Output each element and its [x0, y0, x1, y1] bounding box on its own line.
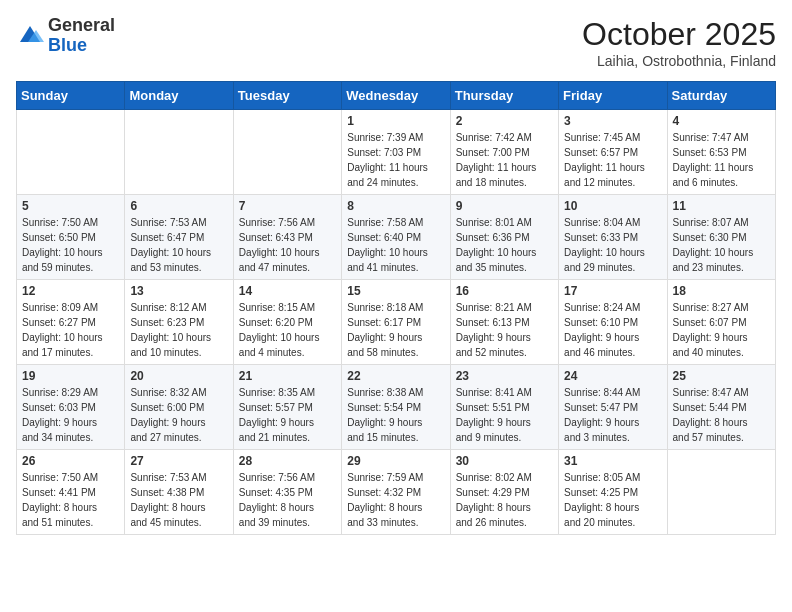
calendar-cell: 18Sunrise: 8:27 AM Sunset: 6:07 PM Dayli… — [667, 280, 775, 365]
day-info: Sunrise: 8:27 AM Sunset: 6:07 PM Dayligh… — [673, 300, 770, 360]
day-info: Sunrise: 8:18 AM Sunset: 6:17 PM Dayligh… — [347, 300, 444, 360]
calendar-cell: 15Sunrise: 8:18 AM Sunset: 6:17 PM Dayli… — [342, 280, 450, 365]
logo-icon — [16, 22, 44, 50]
title-block: October 2025 Laihia, Ostrobothnia, Finla… — [582, 16, 776, 69]
day-info: Sunrise: 7:50 AM Sunset: 4:41 PM Dayligh… — [22, 470, 119, 530]
day-number: 24 — [564, 369, 661, 383]
day-info: Sunrise: 8:35 AM Sunset: 5:57 PM Dayligh… — [239, 385, 336, 445]
calendar-cell: 26Sunrise: 7:50 AM Sunset: 4:41 PM Dayli… — [17, 450, 125, 535]
calendar-cell: 3Sunrise: 7:45 AM Sunset: 6:57 PM Daylig… — [559, 110, 667, 195]
day-number: 31 — [564, 454, 661, 468]
day-number: 4 — [673, 114, 770, 128]
day-number: 6 — [130, 199, 227, 213]
day-number: 29 — [347, 454, 444, 468]
calendar-cell: 16Sunrise: 8:21 AM Sunset: 6:13 PM Dayli… — [450, 280, 558, 365]
day-info: Sunrise: 8:01 AM Sunset: 6:36 PM Dayligh… — [456, 215, 553, 275]
day-info: Sunrise: 7:53 AM Sunset: 6:47 PM Dayligh… — [130, 215, 227, 275]
day-info: Sunrise: 8:04 AM Sunset: 6:33 PM Dayligh… — [564, 215, 661, 275]
logo-blue-text: Blue — [48, 35, 87, 55]
calendar-cell: 2Sunrise: 7:42 AM Sunset: 7:00 PM Daylig… — [450, 110, 558, 195]
day-info: Sunrise: 8:29 AM Sunset: 6:03 PM Dayligh… — [22, 385, 119, 445]
week-row-4: 19Sunrise: 8:29 AM Sunset: 6:03 PM Dayli… — [17, 365, 776, 450]
day-number: 25 — [673, 369, 770, 383]
calendar-cell: 4Sunrise: 7:47 AM Sunset: 6:53 PM Daylig… — [667, 110, 775, 195]
day-info: Sunrise: 7:58 AM Sunset: 6:40 PM Dayligh… — [347, 215, 444, 275]
calendar-cell — [233, 110, 341, 195]
calendar-cell: 23Sunrise: 8:41 AM Sunset: 5:51 PM Dayli… — [450, 365, 558, 450]
calendar-cell: 21Sunrise: 8:35 AM Sunset: 5:57 PM Dayli… — [233, 365, 341, 450]
day-info: Sunrise: 8:32 AM Sunset: 6:00 PM Dayligh… — [130, 385, 227, 445]
calendar-cell: 10Sunrise: 8:04 AM Sunset: 6:33 PM Dayli… — [559, 195, 667, 280]
calendar-cell — [667, 450, 775, 535]
calendar-cell: 6Sunrise: 7:53 AM Sunset: 6:47 PM Daylig… — [125, 195, 233, 280]
day-number: 23 — [456, 369, 553, 383]
day-info: Sunrise: 7:47 AM Sunset: 6:53 PM Dayligh… — [673, 130, 770, 190]
day-number: 30 — [456, 454, 553, 468]
weekday-header-friday: Friday — [559, 82, 667, 110]
calendar-cell — [125, 110, 233, 195]
calendar-cell: 30Sunrise: 8:02 AM Sunset: 4:29 PM Dayli… — [450, 450, 558, 535]
day-number: 5 — [22, 199, 119, 213]
calendar-cell: 9Sunrise: 8:01 AM Sunset: 6:36 PM Daylig… — [450, 195, 558, 280]
day-info: Sunrise: 7:56 AM Sunset: 4:35 PM Dayligh… — [239, 470, 336, 530]
day-info: Sunrise: 8:38 AM Sunset: 5:54 PM Dayligh… — [347, 385, 444, 445]
day-info: Sunrise: 8:12 AM Sunset: 6:23 PM Dayligh… — [130, 300, 227, 360]
calendar-cell: 17Sunrise: 8:24 AM Sunset: 6:10 PM Dayli… — [559, 280, 667, 365]
day-number: 15 — [347, 284, 444, 298]
calendar-cell: 20Sunrise: 8:32 AM Sunset: 6:00 PM Dayli… — [125, 365, 233, 450]
page-header: General Blue October 2025 Laihia, Ostrob… — [16, 16, 776, 69]
calendar-cell: 8Sunrise: 7:58 AM Sunset: 6:40 PM Daylig… — [342, 195, 450, 280]
day-info: Sunrise: 8:47 AM Sunset: 5:44 PM Dayligh… — [673, 385, 770, 445]
day-info: Sunrise: 7:45 AM Sunset: 6:57 PM Dayligh… — [564, 130, 661, 190]
weekday-header-thursday: Thursday — [450, 82, 558, 110]
day-info: Sunrise: 7:39 AM Sunset: 7:03 PM Dayligh… — [347, 130, 444, 190]
day-number: 19 — [22, 369, 119, 383]
week-row-1: 1Sunrise: 7:39 AM Sunset: 7:03 PM Daylig… — [17, 110, 776, 195]
calendar-cell: 7Sunrise: 7:56 AM Sunset: 6:43 PM Daylig… — [233, 195, 341, 280]
day-info: Sunrise: 8:05 AM Sunset: 4:25 PM Dayligh… — [564, 470, 661, 530]
weekday-header-sunday: Sunday — [17, 82, 125, 110]
day-info: Sunrise: 8:21 AM Sunset: 6:13 PM Dayligh… — [456, 300, 553, 360]
calendar-cell: 22Sunrise: 8:38 AM Sunset: 5:54 PM Dayli… — [342, 365, 450, 450]
calendar-cell: 1Sunrise: 7:39 AM Sunset: 7:03 PM Daylig… — [342, 110, 450, 195]
day-info: Sunrise: 8:02 AM Sunset: 4:29 PM Dayligh… — [456, 470, 553, 530]
calendar-cell: 25Sunrise: 8:47 AM Sunset: 5:44 PM Dayli… — [667, 365, 775, 450]
day-number: 21 — [239, 369, 336, 383]
week-row-5: 26Sunrise: 7:50 AM Sunset: 4:41 PM Dayli… — [17, 450, 776, 535]
day-number: 12 — [22, 284, 119, 298]
day-number: 7 — [239, 199, 336, 213]
day-info: Sunrise: 8:41 AM Sunset: 5:51 PM Dayligh… — [456, 385, 553, 445]
day-number: 17 — [564, 284, 661, 298]
day-number: 1 — [347, 114, 444, 128]
day-info: Sunrise: 7:50 AM Sunset: 6:50 PM Dayligh… — [22, 215, 119, 275]
calendar-cell: 28Sunrise: 7:56 AM Sunset: 4:35 PM Dayli… — [233, 450, 341, 535]
day-number: 20 — [130, 369, 227, 383]
day-number: 16 — [456, 284, 553, 298]
weekday-header-wednesday: Wednesday — [342, 82, 450, 110]
week-row-2: 5Sunrise: 7:50 AM Sunset: 6:50 PM Daylig… — [17, 195, 776, 280]
day-info: Sunrise: 8:07 AM Sunset: 6:30 PM Dayligh… — [673, 215, 770, 275]
day-number: 26 — [22, 454, 119, 468]
day-info: Sunrise: 7:56 AM Sunset: 6:43 PM Dayligh… — [239, 215, 336, 275]
calendar-cell: 14Sunrise: 8:15 AM Sunset: 6:20 PM Dayli… — [233, 280, 341, 365]
day-info: Sunrise: 7:42 AM Sunset: 7:00 PM Dayligh… — [456, 130, 553, 190]
day-number: 11 — [673, 199, 770, 213]
weekday-header-row: SundayMondayTuesdayWednesdayThursdayFrid… — [17, 82, 776, 110]
day-number: 27 — [130, 454, 227, 468]
day-number: 2 — [456, 114, 553, 128]
day-number: 14 — [239, 284, 336, 298]
month-title: October 2025 — [582, 16, 776, 53]
day-number: 3 — [564, 114, 661, 128]
day-number: 10 — [564, 199, 661, 213]
calendar-cell: 24Sunrise: 8:44 AM Sunset: 5:47 PM Dayli… — [559, 365, 667, 450]
day-info: Sunrise: 8:44 AM Sunset: 5:47 PM Dayligh… — [564, 385, 661, 445]
day-info: Sunrise: 7:59 AM Sunset: 4:32 PM Dayligh… — [347, 470, 444, 530]
calendar-cell: 13Sunrise: 8:12 AM Sunset: 6:23 PM Dayli… — [125, 280, 233, 365]
day-number: 8 — [347, 199, 444, 213]
calendar-cell: 12Sunrise: 8:09 AM Sunset: 6:27 PM Dayli… — [17, 280, 125, 365]
logo: General Blue — [16, 16, 115, 56]
weekday-header-monday: Monday — [125, 82, 233, 110]
day-number: 13 — [130, 284, 227, 298]
weekday-header-tuesday: Tuesday — [233, 82, 341, 110]
day-info: Sunrise: 8:15 AM Sunset: 6:20 PM Dayligh… — [239, 300, 336, 360]
